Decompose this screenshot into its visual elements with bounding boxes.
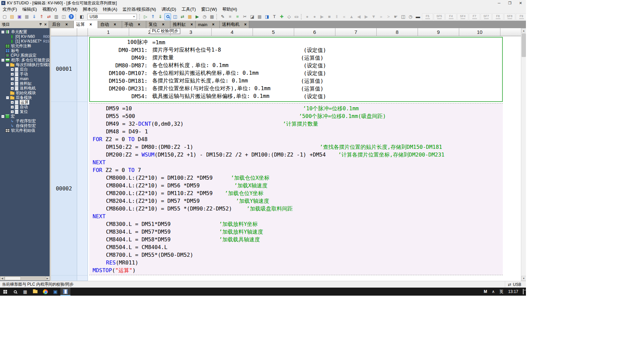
tray-chevron-icon[interactable]: ∧ [489, 289, 497, 294]
maximize-button[interactable]: ❐ [504, 0, 515, 6]
menu-item-4[interactable]: 脚本(S) [80, 6, 100, 12]
tree-item-10[interactable]: +main [0, 76, 50, 81]
tab-3[interactable]: 手动× [122, 21, 146, 28]
tab-close-icon[interactable]: × [212, 22, 214, 27]
tree-item-20[interactable]: ↳自保持型宏 [0, 123, 50, 128]
collapse-icon[interactable]: − [1, 31, 4, 34]
play-icon[interactable]: ▶ [319, 13, 325, 20]
plc-read-icon[interactable]: ⇓ [157, 13, 164, 20]
scrollbar-thumb[interactable] [522, 34, 526, 57]
expand-icon[interactable]: + [11, 82, 14, 85]
code-line-8[interactable]: FOR Z2 = 0 TO 7 [89, 166, 503, 174]
box-comment-icon[interactable]: ▭ [293, 13, 300, 20]
action-center-icon[interactable] [521, 289, 526, 294]
collapse-icon[interactable]: − [6, 63, 9, 66]
pin-icon[interactable] [39, 23, 42, 26]
tree-item-14[interactable]: −后备模块 [0, 95, 50, 100]
sidebar-horizontal-scrollbar[interactable]: ◀ ▶ [0, 276, 50, 281]
tree-item-11[interactable]: +推料缸 [0, 81, 50, 86]
panel-close-icon[interactable]: × [44, 22, 47, 27]
scrollbar-thumb[interactable] [5, 277, 21, 280]
open-project-icon[interactable]: ▤ [9, 13, 15, 20]
code-line-11[interactable]: CM8200.L:(Z2*10) = DM110:Z2 *DM59’加载仓位Y坐… [89, 189, 503, 197]
ladder-script-editor[interactable]: 12345678910 00001 100脉冲=1mmDM0-DM31:摆片序号… [51, 28, 521, 281]
menu-item-8[interactable]: 工具(T) [179, 6, 199, 12]
scroll-left-arrow-icon[interactable]: ◀ [0, 276, 4, 281]
grid-view-icon[interactable]: ▩ [256, 13, 263, 20]
down-icon[interactable]: ▼ [370, 13, 377, 20]
close-button[interactable]: ✕ [515, 0, 526, 6]
fnkey-f4-button[interactable]: F4 [445, 13, 457, 20]
simulator-icon[interactable]: ▶ [194, 13, 201, 20]
tab-close-icon[interactable]: × [244, 22, 247, 27]
code-line-21[interactable]: MDSTOP("运算") [89, 266, 503, 274]
tab-4[interactable]: 复位× [146, 21, 170, 28]
tab-0[interactable]: 后台× [50, 21, 74, 28]
scroll-right-arrow-icon[interactable]: ▶ [45, 276, 50, 281]
step-back-icon[interactable]: ◀ [356, 13, 362, 20]
block-number[interactable]: 00001 [51, 36, 77, 102]
usb-transfer-icon[interactable]: ⇄ [46, 13, 52, 20]
expand-icon[interactable]: + [11, 68, 14, 71]
kv-studio-taskbar-icon[interactable] [60, 288, 70, 296]
block-number[interactable]: 00002 [51, 102, 77, 276]
fnkey-f5-button[interactable]: F5 [422, 13, 433, 20]
chart-view-icon[interactable]: ◪ [249, 13, 256, 20]
settings-icon[interactable]: ▩ [209, 13, 215, 20]
registers-monitor-icon[interactable]: ◫ [172, 13, 178, 20]
tree-item-16[interactable]: +自动 [0, 105, 50, 109]
search-button[interactable] [10, 288, 20, 296]
insert-cell-icon[interactable]: ✚ [278, 13, 285, 20]
stop-icon[interactable]: ■ [326, 13, 333, 20]
ime-language-indicator[interactable]: 英 [497, 289, 506, 295]
mnemonic-list-icon[interactable]: ≡ [234, 13, 241, 20]
code-line-18[interactable]: CM8504.L = CM8404.L [89, 243, 503, 251]
code-line-14[interactable]: NEXT [89, 213, 503, 220]
monitor-mode-icon[interactable]: ▷ [142, 13, 149, 20]
editor-row-empty[interactable] [51, 276, 521, 281]
collapse-icon[interactable]: − [1, 59, 4, 62]
fnkey-f9-button[interactable]: F9 [516, 13, 526, 20]
comment-line-4[interactable]: DM100-DM107:各仓位相对贴片搬运机构坐标,单位: 0.1mm(设定值) [90, 69, 502, 77]
comment-line-2[interactable]: DM49:摆片数量(运算值) [90, 54, 502, 62]
fnkey-sf4-button[interactable]: SF4 [457, 13, 468, 20]
code-line-12[interactable]: CM8204.L:(Z2*10) = DM57 *DM59’加载Y轴速度 [89, 197, 503, 205]
code-line-2[interactable]: DM49 = 32-DCNT(0,dm0,32)’计算摆片数量 [89, 120, 503, 128]
code-line-20[interactable]: RES(MR011) [89, 259, 503, 266]
tree-item-8[interactable]: +后台 [0, 67, 50, 72]
menu-item-10[interactable]: 帮助(H) [220, 6, 240, 12]
jump-icon[interactable]: » [378, 13, 384, 20]
taskbar-clock[interactable]: 13:17 [506, 289, 521, 294]
rewind-icon[interactable]: « [341, 13, 347, 20]
skip-icon[interactable]: > [385, 13, 392, 20]
expand-icon[interactable]: + [11, 73, 14, 76]
comment-line-5[interactable]: DM150-DM181:各摆片位置对应贴片长度,单位: 0.1mm(运算值) [90, 77, 502, 85]
comment-line-1[interactable]: DM0-DM31:摆片序号对应材料仓位号1-8(设定值) [90, 46, 502, 54]
script-block[interactable]: DM59 =10’10个脉冲=位移0.1mmDM55 =500’500个脉冲=位… [89, 103, 503, 275]
write-to-plc-icon[interactable]: ⇑ [38, 13, 45, 20]
comment-line-0[interactable]: 100脉冲=1mm [90, 39, 502, 46]
fnkey-f8-button[interactable]: F8 [492, 13, 503, 20]
code-line-5[interactable]: DM150:Z2 = DM80:(DM0:Z2 -1)’查找各摆片位置的贴片长度… [89, 143, 503, 151]
tab-close-icon[interactable]: × [162, 22, 164, 27]
pinned-app-icon[interactable]: ▣ [50, 288, 60, 296]
fnkey-sf7-button[interactable]: SF7 [481, 13, 492, 20]
tree-item-0[interactable]: −单元配置 [0, 29, 50, 34]
scroll-down-arrow-icon[interactable]: ▼ [521, 276, 526, 281]
tree-item-15[interactable]: +运算 [0, 100, 50, 105]
collapse-icon[interactable]: − [6, 96, 9, 99]
menu-item-7[interactable]: 调试(D) [159, 6, 179, 12]
code-line-1[interactable]: DM55 =500’500个脉冲=位移0.1mm(吸盘间距) [89, 112, 503, 120]
tree-item-13[interactable]: 初始化模块 [0, 90, 50, 95]
scroll-up-arrow-icon[interactable]: ▲ [521, 28, 526, 33]
hand-tool-icon[interactable]: ☛ [392, 13, 399, 20]
plc-write-icon[interactable]: ⇑ [150, 13, 156, 20]
menu-item-2[interactable]: 视图(V) [40, 6, 59, 12]
tree-item-5[interactable]: CPU 系统设定 [0, 53, 50, 58]
tree-item-12[interactable]: +送料电机 [0, 86, 50, 90]
monitor-window-icon[interactable]: ◫ [400, 13, 407, 20]
code-line-3[interactable]: DM48 = D49- 1 [89, 128, 503, 135]
expand-icon[interactable]: + [11, 87, 14, 90]
code-line-10[interactable]: CM8004.L:(Z2*10) = DM56 *DM59’加载X轴速度 [89, 182, 503, 189]
comment-line-7[interactable]: DM54:载具搬运轴与贴片搬运轴坐标偏移,单位: 0.1mm(设定值) [90, 93, 502, 100]
